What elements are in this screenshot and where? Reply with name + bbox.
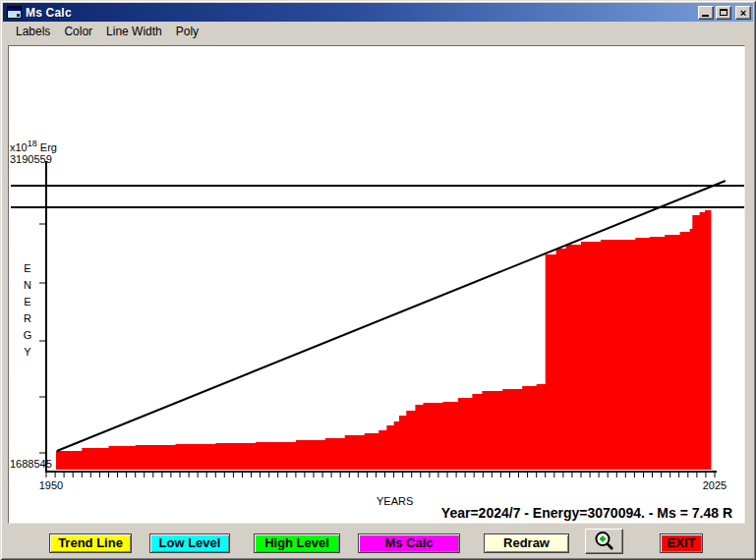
y-axis-unit-label: x1018 Erg — [10, 139, 57, 153]
x-axis-start-label: 1950 — [36, 479, 66, 491]
minimize-button[interactable] — [698, 6, 714, 20]
y-axis-min-label: 1688545 — [10, 458, 52, 470]
energy-area — [56, 209, 711, 470]
high-level-button[interactable]: High Level — [254, 533, 340, 553]
menu-labels[interactable]: Labels — [9, 23, 57, 40]
redraw-button[interactable]: Redraw — [484, 533, 569, 553]
zoom-button[interactable] — [585, 529, 623, 554]
maximize-icon — [720, 9, 727, 16]
low-level-button[interactable]: Low Level — [149, 533, 230, 553]
menu-color[interactable]: Color — [57, 23, 99, 40]
close-button[interactable]: × — [735, 6, 751, 20]
menu-poly[interactable]: Poly — [169, 23, 205, 40]
toolbar: Trend Line Low Level High Level Ms Calc … — [0, 528, 756, 557]
y-axis-title: ENERGY — [23, 260, 32, 361]
app-window: Ms Calc × Labels Color Line Width Poly x… — [0, 0, 756, 560]
x-axis-end-label: 2025 — [696, 479, 733, 491]
window-title: Ms Calc — [26, 6, 72, 20]
status-readout: Year=2024/7 - Energy=3070094. - Ms = 7.4… — [441, 505, 732, 521]
chart-panel: x1018 Erg 3190559 1688545 ENERGY 1950 20… — [8, 45, 745, 524]
x-axis-title: YEARS — [377, 495, 413, 507]
x-axis-ticks — [46, 473, 715, 477]
title-bar: Ms Calc × — [3, 3, 753, 22]
menu-bar: Labels Color Line Width Poly — [3, 22, 753, 41]
magnifier-plus-icon — [593, 530, 616, 553]
minimize-icon — [702, 15, 709, 17]
y-axis-ticks — [39, 224, 46, 453]
exit-button[interactable]: EXIT — [660, 533, 703, 553]
trend-line-button[interactable]: Trend Line — [49, 533, 132, 553]
maximize-button[interactable] — [716, 6, 731, 20]
energy-chart — [9, 46, 746, 525]
app-icon — [7, 6, 22, 19]
close-icon: × — [740, 8, 746, 18]
ms-calc-button[interactable]: Ms Calc — [358, 533, 460, 553]
y-axis-max-label: 3190559 — [10, 153, 52, 165]
menu-line-width[interactable]: Line Width — [99, 23, 169, 40]
